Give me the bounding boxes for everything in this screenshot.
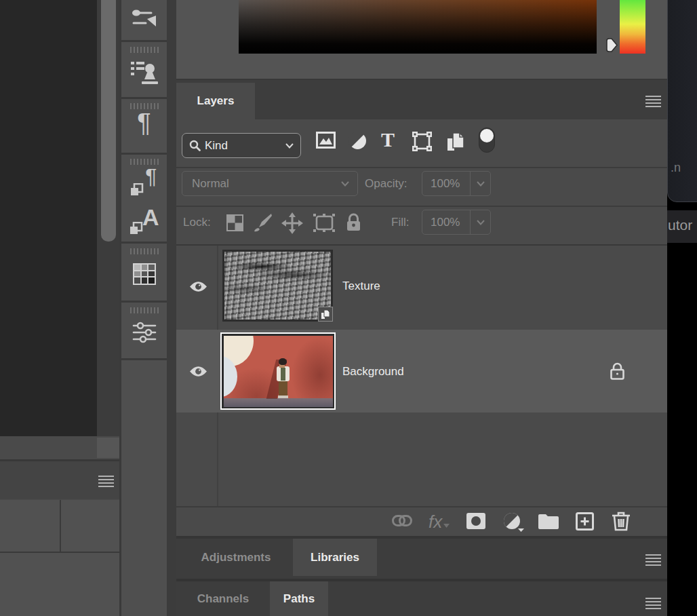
paragraph-styles-icon[interactable]: ¶: [130, 168, 159, 197]
paragraph-icon[interactable]: ¶: [137, 110, 151, 136]
lower-left-panel-body: [0, 553, 119, 616]
layers-panel-menu-icon[interactable]: [645, 96, 661, 107]
layer-style-icon[interactable]: fx: [429, 512, 450, 533]
tab-adjustments-label: Adjustments: [201, 551, 271, 564]
lower-left-panel-edge: [0, 436, 119, 459]
blend-mode-row: Normal Opacity: 100%: [176, 168, 667, 207]
shape-layer-filter-icon[interactable]: [412, 132, 432, 154]
divider: [121, 97, 167, 99]
fill-value: 100%: [431, 216, 460, 229]
background-window-text-fragment: .n: [671, 161, 681, 175]
new-layer-icon[interactable]: [576, 512, 594, 533]
background-window-corner: .n: [667, 0, 697, 202]
lower-left-panel-header: [0, 461, 119, 499]
blend-mode-value: Normal: [192, 177, 229, 191]
chevron-down-icon: [285, 143, 294, 149]
layer-list: Texture: [176, 246, 667, 507]
layer-lock-icon[interactable]: [610, 362, 624, 383]
smart-object-badge-icon: [318, 307, 333, 322]
lock-all-icon[interactable]: [346, 213, 361, 235]
fill-label: Fill:: [391, 216, 409, 229]
tab-paths-label: Paths: [283, 592, 315, 606]
layer-row-background[interactable]: Background: [176, 330, 667, 412]
filter-toggle-knob: [480, 129, 494, 142]
paths-panel-menu-icon[interactable]: [645, 598, 661, 609]
layer-filter-row: Kind T: [176, 119, 667, 168]
opacity-select[interactable]: 100%: [422, 171, 491, 196]
divider: [121, 40, 167, 42]
clone-source-icon[interactable]: [130, 58, 159, 90]
background-window-strip: utor: [667, 210, 697, 243]
blend-mode-select[interactable]: Normal: [182, 171, 358, 196]
brush-settings-icon[interactable]: [131, 4, 158, 37]
layer-mask-icon[interactable]: [466, 513, 485, 532]
hue-slider-pointer[interactable]: [605, 38, 618, 52]
tab-adjustments[interactable]: Adjustments: [176, 539, 296, 576]
canvas-vertical-scrollbar-track[interactable]: [97, 0, 119, 436]
divider: [470, 172, 471, 195]
dock-panel-divider[interactable]: [167, 0, 176, 616]
dock-grip[interactable]: [130, 307, 159, 313]
lock-position-icon[interactable]: [281, 212, 303, 237]
background-window-text-fragment: utor: [668, 217, 692, 233]
divider: [60, 500, 61, 552]
layer-row-texture[interactable]: Texture: [176, 246, 667, 330]
filter-toggle[interactable]: [479, 128, 495, 153]
divider: [121, 242, 167, 244]
tab-libraries-label: Libraries: [311, 551, 359, 564]
chevron-down-icon: [477, 181, 485, 187]
link-layers-icon[interactable]: [392, 515, 412, 529]
tab-layers[interactable]: Layers: [176, 83, 255, 119]
channels-paths-tab-bar: Channels Paths: [176, 581, 667, 616]
delete-layer-icon[interactable]: [612, 512, 630, 534]
tab-channels[interactable]: Channels: [176, 581, 270, 616]
visibility-eye-icon[interactable]: [189, 365, 207, 378]
tab-layers-label: Layers: [197, 94, 235, 108]
color-field[interactable]: [239, 0, 597, 54]
background-window-edge: .n utor: [667, 0, 697, 616]
lock-row: Lock:: [176, 207, 667, 246]
lock-transparency-icon[interactable]: [226, 214, 243, 234]
visibility-eye-icon[interactable]: [189, 280, 207, 293]
layers-panel-group: Layers Kind T: [176, 0, 667, 616]
divider: [470, 210, 471, 234]
chevron-down-icon: [477, 220, 485, 225]
layer-thumbnail-texture[interactable]: [222, 250, 333, 322]
search-icon: [189, 140, 201, 151]
pixel-layer-filter-icon[interactable]: [316, 132, 336, 151]
tab-libraries[interactable]: Libraries: [293, 539, 377, 576]
divider: [121, 153, 167, 155]
collapsed-panel-dock: ¶ ¶ A: [119, 0, 167, 616]
properties-icon[interactable]: [132, 322, 157, 346]
smart-object-filter-icon[interactable]: [446, 132, 465, 155]
lock-label: Lock:: [183, 216, 211, 229]
fill-select[interactable]: 100%: [422, 210, 491, 235]
filter-kind-select[interactable]: Kind: [182, 133, 301, 158]
chevron-down-icon: [341, 181, 349, 187]
opacity-value: 100%: [431, 177, 460, 191]
adjustments-libraries-tab-bar: Adjustments Libraries: [176, 539, 667, 581]
canvas-vertical-scrollbar-thumb[interactable]: [101, 0, 116, 242]
type-layer-filter-icon[interactable]: T: [381, 130, 395, 150]
color-panel-bottom: [176, 0, 667, 80]
swatches-icon[interactable]: [133, 263, 156, 288]
character-styles-icon[interactable]: A: [130, 207, 159, 235]
hue-slider[interactable]: [620, 0, 645, 54]
adjustment-layer-icon[interactable]: [503, 512, 525, 535]
opacity-label: Opacity:: [365, 177, 407, 191]
dock-grip[interactable]: [130, 248, 159, 254]
lock-artboard-icon[interactable]: [313, 214, 335, 235]
adjustment-layer-filter-icon[interactable]: [348, 132, 367, 153]
tab-paths[interactable]: Paths: [270, 581, 328, 616]
libraries-panel-menu-icon[interactable]: [645, 554, 661, 566]
panel-menu-icon[interactable]: [98, 476, 114, 487]
new-group-icon[interactable]: [538, 513, 559, 532]
background-photo: [224, 336, 333, 407]
layers-footer-bar: fx: [176, 507, 667, 539]
lock-paint-icon[interactable]: [252, 212, 273, 235]
photoshop-panels-region: ¶ ¶ A: [0, 0, 697, 616]
layer-thumbnail-background[interactable]: [220, 332, 336, 410]
filter-kind-label: Kind: [205, 139, 228, 153]
layer-name-background: Background: [342, 365, 404, 379]
dock-grip[interactable]: [130, 47, 159, 53]
